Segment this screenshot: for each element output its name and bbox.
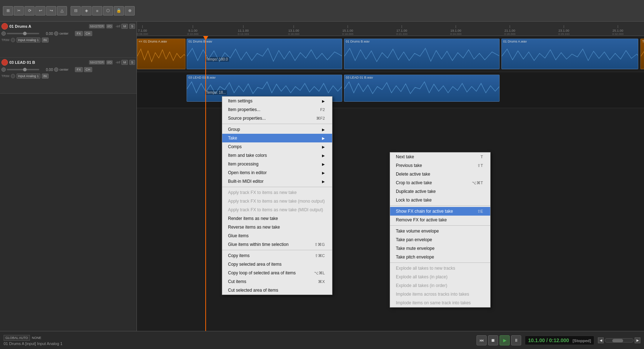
toolbar-btn-2[interactable]: ✂ xyxy=(14,6,24,16)
track-mute-2[interactable]: M xyxy=(121,60,128,65)
menu-item-source-properties[interactable]: Source properties... ⌘F2 xyxy=(222,114,332,123)
menu-sep-1 xyxy=(222,124,332,124)
track-trim-knob-2[interactable] xyxy=(11,74,15,78)
track-in-btn-2[interactable]: IN xyxy=(42,74,49,79)
track-fx-2[interactable]: FX xyxy=(75,67,83,72)
bottom-bar: GLOBAL AUTO NONE 01 Drums A [input] Inpu… xyxy=(0,331,644,349)
track-record-btn-1[interactable] xyxy=(1,23,8,30)
toolbar-btn-11[interactable]: 🔒 xyxy=(114,6,124,16)
submenu-delete-take[interactable]: Delete active take xyxy=(390,170,490,178)
menu-item-apply-fx: Apply track FX to items as new take xyxy=(222,188,332,197)
toolbar-btn-7[interactable]: ⊟ xyxy=(71,6,81,16)
track-record-btn-2[interactable] xyxy=(1,59,8,66)
submenu-duplicate-take[interactable]: Duplicate active take xyxy=(390,187,490,196)
track-knob-1[interactable] xyxy=(1,31,6,36)
track-pan-knob-2[interactable] xyxy=(54,67,58,72)
submenu-pitch-env[interactable]: Take pitch envelope xyxy=(390,253,490,261)
toolbar-btn-12[interactable]: ⊕ xyxy=(125,6,135,16)
menu-item-copy[interactable]: Copy items ⇧⌘C xyxy=(222,251,332,260)
track-input-dropdown-2[interactable]: Input Analog 1 xyxy=(17,74,40,79)
toolbar-btn-5[interactable]: ↪ xyxy=(46,6,56,16)
menu-item-group[interactable]: Group ▶ xyxy=(222,125,332,134)
submenu-crop-take[interactable]: Crop to active take ⌥⌘T xyxy=(390,178,490,187)
menu-item-midi-editor[interactable]: Built-in MIDI editor ▶ xyxy=(222,177,332,186)
track-row-2: 03 LEAD 01 B MASTER I/O -inf M S 0.00 ce… xyxy=(0,58,137,94)
track-pan-knob-1[interactable] xyxy=(54,31,58,36)
track-input-row-1: TRIM Input Analog 1 IN xyxy=(1,37,135,43)
toolbar-btn-9[interactable]: ≡ xyxy=(92,6,102,16)
scroll-bar[interactable] xyxy=(605,338,634,343)
menu-item-open-editor[interactable]: Open items in editor ▶ xyxy=(222,168,332,177)
toolbar-btn-8[interactable]: ◈ xyxy=(81,6,91,16)
track-slider-2[interactable] xyxy=(7,69,39,70)
menu-item-take[interactable]: Take ▶ xyxy=(222,134,332,142)
menu-item-apply-fx-midi: Apply track FX to items as new take (MID… xyxy=(222,206,332,214)
scroll-right-btn[interactable]: ▶ xyxy=(635,337,640,343)
submenu-prev-take[interactable]: Previous take ⇧T xyxy=(390,161,490,170)
track-solo-1[interactable]: S xyxy=(129,24,135,29)
global-auto-label: GLOBAL AUTO xyxy=(4,335,30,341)
submenu-show-fx[interactable]: Show FX chain for active take ⇧E xyxy=(390,207,490,216)
timeline-area: 7.1.00 0:08.000 9.1.00 0:10.666 11.1.00 … xyxy=(137,22,644,331)
track-mute-1[interactable]: M xyxy=(121,24,128,29)
toolbar-group-1: ⊞ ✂ ⟳ ↩ ↪ △ xyxy=(3,6,67,16)
menu-shortcut-source: ⌘F2 xyxy=(316,116,325,121)
track-fx-1[interactable]: FX xyxy=(75,31,83,36)
menu-item-copy-selected[interactable]: Copy selected area of items xyxy=(222,260,332,269)
menu-item-processing[interactable]: Item processing ▶ xyxy=(222,160,332,168)
submenu-lock-take[interactable]: Lock to active take xyxy=(390,196,490,204)
menu-item-properties[interactable]: Item properties... F2 xyxy=(222,105,332,114)
submenu-explode-place: Explode all takes (in place) xyxy=(390,273,490,281)
submenu-mute-env[interactable]: Take mute envelope xyxy=(390,244,490,253)
toolbar-btn-6[interactable]: △ xyxy=(57,6,67,16)
track-knob-2[interactable] xyxy=(1,67,6,72)
menu-item-glue-selection[interactable]: Glue items within time selection ⇧⌘G xyxy=(222,240,332,249)
menu-shortcut-loop: ⌥⌘L xyxy=(314,271,325,275)
transport-play[interactable]: ▶ xyxy=(500,335,510,345)
track-badge-io-2: I/O xyxy=(106,60,113,65)
submenu-next-take[interactable]: Next take T xyxy=(390,153,490,161)
menu-item-glue[interactable]: Glue items xyxy=(222,231,332,240)
track-trim-2: TRIM xyxy=(1,74,9,78)
track-row-1: 01 Drums A MASTER I/O -inf M S 0.00 cent… xyxy=(0,22,137,58)
transport-pause[interactable]: ⏸ xyxy=(511,335,521,345)
track-input-dropdown-1[interactable]: Input Analog 1 xyxy=(17,37,40,43)
submenu-vol-env[interactable]: Take volume envelope xyxy=(390,227,490,235)
toolbar-btn-1[interactable]: ⊞ xyxy=(3,6,13,16)
transport-rewind[interactable]: ⏮ xyxy=(477,335,487,345)
menu-item-reverse[interactable]: Reverse items as new take xyxy=(222,223,332,231)
menu-item-cut-selected[interactable]: Cut selected area of items xyxy=(222,286,332,295)
submenu-explode-tracks: Explode all takes to new tracks xyxy=(390,264,490,273)
toolbar: ⊞ ✂ ⟳ ↩ ↪ △ ⊟ ◈ ≡ ⬡ 🔒 ⊕ xyxy=(0,0,644,22)
menu-shortcut-properties: F2 xyxy=(320,107,325,112)
track-ch-1[interactable]: CH xyxy=(84,31,92,36)
track-vol-db-2: -inf xyxy=(116,61,120,64)
track-controls-2: 0.00 center FX CH xyxy=(1,67,135,72)
toolbar-btn-10[interactable]: ⬡ xyxy=(103,6,113,16)
track-ch-2[interactable]: CH xyxy=(84,67,92,72)
menu-item-item-take-colors[interactable]: Item and take colors ▶ xyxy=(222,151,332,160)
track-in-btn-1[interactable]: IN xyxy=(42,37,49,43)
track-controls-1: 0.00 center FX CH xyxy=(1,31,135,36)
track-header-1: 01 Drums A MASTER I/O -inf M S xyxy=(1,23,135,30)
submenu-shortcut-prev: ⇧T xyxy=(477,163,483,168)
track-vol-value-2: 0.00 xyxy=(40,68,53,72)
track-badge-master-2: MASTER xyxy=(89,60,105,65)
transport-stop[interactable]: ⏹ xyxy=(488,335,498,345)
track-trim-knob-1[interactable] xyxy=(11,38,15,42)
track-slider-1[interactable] xyxy=(7,33,39,34)
menu-item-comps[interactable]: Comps ▶ xyxy=(222,142,332,151)
menu-item-cut[interactable]: Cut items ⌘X xyxy=(222,277,332,286)
bottom-left: GLOBAL AUTO NONE 01 Drums A [input] Inpu… xyxy=(4,335,62,346)
toolbar-btn-3[interactable]: ⟳ xyxy=(24,6,35,16)
menu-item-copy-loop[interactable]: Copy loop of selected area of items ⌥⌘L xyxy=(222,269,332,277)
menu-item-render[interactable]: Render items as new take xyxy=(222,214,332,223)
submenu-remove-fx[interactable]: Remove FX for active take xyxy=(390,216,490,224)
scroll-left-btn[interactable]: ◀ xyxy=(598,337,604,343)
menu-item-settings[interactable]: Item settings ▶ xyxy=(222,97,332,105)
submenu-pan-env[interactable]: Take pan envelope xyxy=(390,235,490,244)
track-badge-master-1: MASTER xyxy=(89,24,105,28)
track-solo-2[interactable]: S xyxy=(129,60,135,65)
toolbar-btn-4[interactable]: ↩ xyxy=(35,6,45,16)
submenu-take: Next take T Previous take ⇧T Delete acti… xyxy=(390,152,491,308)
